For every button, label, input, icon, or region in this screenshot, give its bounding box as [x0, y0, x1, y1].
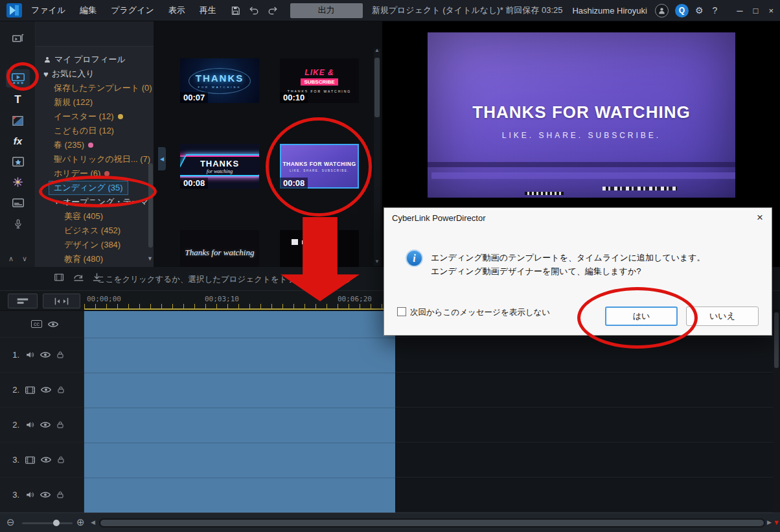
mic-room-icon[interactable]: [6, 215, 30, 233]
help-icon[interactable]: ?: [713, 5, 718, 16]
dont-show-again-label: 次回からこのメッセージを表示しない: [410, 307, 550, 318]
eye-icon[interactable]: [41, 456, 51, 463]
category-scrollbar[interactable]: [148, 163, 153, 248]
category-easter[interactable]: イースター (12): [36, 110, 154, 124]
category-business[interactable]: ビジネス (452): [36, 224, 154, 238]
overlay-room-icon[interactable]: [6, 152, 30, 170]
lock-icon[interactable]: [57, 456, 65, 464]
dialog-title: CyberLink PowerDirector: [392, 213, 486, 223]
category-my-profile[interactable]: マイ プロフィール: [36, 52, 154, 67]
scroll-left-icon[interactable]: ◀: [91, 519, 95, 526]
dialog-message: エンディング動画のテンプレートを、タイムラインに追加しています。 エンディング動…: [431, 251, 758, 278]
timeline-horizontal-scrollbar-thumb[interactable]: [100, 520, 764, 526]
timeline-horizontal-scrollbar[interactable]: [99, 518, 765, 527]
template-thumbnail[interactable]: THANKS FOR WATCHING 00:07: [180, 58, 259, 103]
template-duration: 00:10: [280, 92, 308, 103]
category-childrens-day[interactable]: こどもの日 (12): [36, 124, 154, 138]
ruler-ticks-active[interactable]: [84, 304, 395, 310]
eye-icon[interactable]: [41, 386, 51, 393]
category-spring[interactable]: 春 (235): [36, 138, 154, 152]
insert-project-icon[interactable]: [54, 273, 65, 282]
video-icon[interactable]: [25, 386, 35, 394]
transition-room-icon[interactable]: [6, 111, 30, 130]
glitch-noise: [602, 187, 677, 191]
effects-room-icon[interactable]: fx: [6, 132, 30, 150]
replace-project-icon[interactable]: [73, 273, 84, 282]
speaker-icon[interactable]: [25, 421, 34, 429]
speaker-icon[interactable]: [25, 491, 34, 499]
template-thumbnail[interactable]: LIKE & SUBSCRIBE THANKS FOR WATCHING 00:…: [280, 58, 359, 103]
glitch-bar: [431, 172, 735, 179]
template-thumbnail[interactable]: Thanks for watching: [180, 230, 259, 267]
maximize-button[interactable]: □: [753, 6, 759, 16]
category-education[interactable]: 教育 (480): [36, 252, 154, 266]
titlebar: ファイル 編集 プラグイン 表示 再生 出力 新規プロジェクト (タイトルなし)…: [0, 0, 780, 21]
minimize-button[interactable]: ─: [737, 6, 742, 16]
ruler-timestamp: 00;03;10: [205, 295, 239, 303]
eye-icon[interactable]: [40, 351, 51, 358]
lock-icon[interactable]: [56, 421, 64, 429]
template-thumbnail[interactable]: THANKS for watching 00:08: [180, 144, 259, 189]
subtitle-room-icon[interactable]: [6, 194, 30, 212]
dont-show-again-checkbox[interactable]: [397, 307, 406, 316]
particle-room-icon[interactable]: [6, 173, 30, 191]
menu-plugins[interactable]: プラグイン: [111, 5, 154, 16]
category-design[interactable]: デザイン (384): [36, 238, 154, 252]
eye-icon[interactable]: [48, 321, 58, 328]
panel-collapse-handle[interactable]: ◀: [158, 147, 166, 170]
template-scroll-up-icon[interactable]: ▲: [374, 47, 380, 53]
menu-edit[interactable]: 編集: [80, 5, 97, 16]
rooms-scroll-up-icon[interactable]: ∧: [8, 255, 14, 263]
category-saved-templates[interactable]: 保存したテンプレート (0): [36, 81, 154, 95]
close-button[interactable]: ×: [768, 6, 774, 16]
zoom-in-icon[interactable]: ⊕: [76, 516, 85, 528]
lock-icon[interactable]: [57, 386, 65, 394]
category-new[interactable]: 新規 (122): [36, 95, 154, 110]
category-beauty[interactable]: 美容 (405): [36, 209, 154, 224]
category-favorites[interactable]: ♥ お気に入り: [36, 67, 154, 81]
track-header: 3.: [0, 443, 84, 477]
user-avatar-icon[interactable]: [655, 4, 669, 17]
menu-view[interactable]: 表示: [168, 5, 185, 16]
timeline-vertical-scrollbar-thumb[interactable]: [774, 312, 779, 368]
template-scroll-down-icon[interactable]: ▼: [374, 259, 380, 264]
project-title: 新規プロジェクト (タイトルなし)* 前回保存 03:25: [372, 5, 563, 16]
redo-icon[interactable]: [268, 6, 278, 15]
zoom-slider[interactable]: [22, 522, 73, 524]
range-select-button[interactable]: [43, 294, 80, 308]
title-room-icon[interactable]: T: [6, 91, 30, 109]
scroll-right-icon[interactable]: ▶: [767, 519, 772, 526]
media-room-icon[interactable]: [6, 29, 30, 47]
lock-icon[interactable]: [56, 351, 64, 359]
rooms-sidebar: T fx ∧ ∨: [0, 21, 36, 267]
template-scrollbar-thumb[interactable]: [374, 58, 380, 117]
zoom-slider-thumb[interactable]: [53, 520, 60, 526]
ruler-timestamp: 00;00;00: [87, 295, 121, 303]
preview-video-subtitle: LIKE. SHARE. SUBSCRIBE.: [428, 131, 735, 140]
category-st-patricks[interactable]: 聖パトリックの祝日... (7): [36, 152, 154, 167]
speaker-icon[interactable]: [25, 351, 34, 359]
glitch-bar: [428, 162, 735, 167]
settings-gear-icon[interactable]: ⚙: [695, 5, 704, 16]
menu-file[interactable]: ファイル: [31, 5, 65, 16]
undo-icon[interactable]: [249, 6, 259, 15]
timeline-clip-selection[interactable]: [84, 311, 395, 513]
video-icon[interactable]: [25, 456, 35, 464]
timeline-scroll-down-icon[interactable]: ▼: [773, 518, 780, 526]
cyberlink-badge-icon[interactable]: Q: [675, 4, 689, 17]
zoom-out-icon[interactable]: ⊖: [6, 516, 15, 528]
timeline-view-button[interactable]: [8, 294, 38, 308]
eye-icon[interactable]: [40, 491, 51, 498]
category-scroll-down-icon[interactable]: ▼: [147, 255, 153, 262]
timeline-vertical-scrollbar[interactable]: [773, 311, 780, 513]
eye-icon[interactable]: [40, 421, 51, 428]
track-header: 3.: [0, 478, 84, 512]
menu-play[interactable]: 再生: [200, 5, 216, 16]
save-icon[interactable]: [231, 6, 240, 16]
rooms-scroll-down-icon[interactable]: ∨: [22, 255, 27, 263]
output-button[interactable]: 出力: [290, 3, 363, 18]
dialog-close-icon[interactable]: ×: [757, 211, 763, 224]
annotation-circle-room: [6, 62, 39, 91]
cc-icon[interactable]: cc: [31, 320, 42, 328]
lock-icon[interactable]: [56, 491, 64, 499]
